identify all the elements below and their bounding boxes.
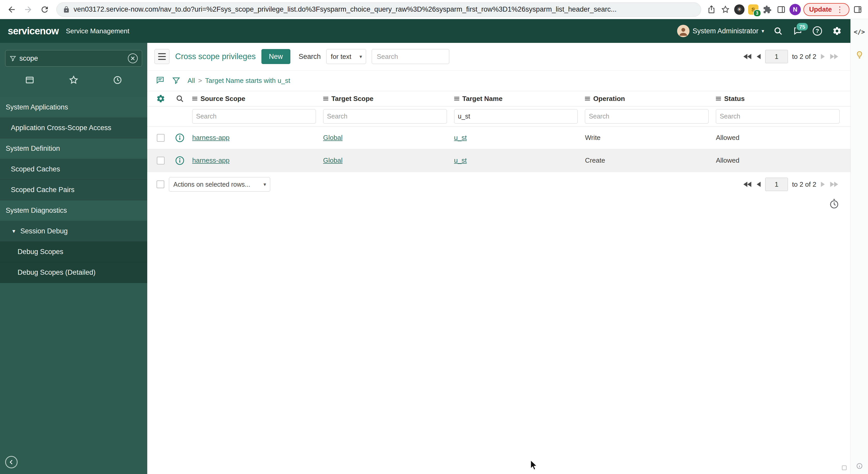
- column-menu-icon[interactable]: [323, 97, 328, 101]
- browser-extension-rail: </>: [850, 19, 868, 474]
- mini-window-icon: [841, 465, 847, 472]
- record-link-target-name[interactable]: u_st: [454, 157, 467, 164]
- theme-extension-icon[interactable]: ✳: [734, 4, 745, 15]
- browser-update-button[interactable]: Update ⋮: [803, 3, 849, 16]
- cell-status: Allowed: [714, 157, 845, 165]
- user-menu[interactable]: System Administrator ▾: [677, 25, 764, 37]
- filter-toggle-icon[interactable]: [172, 76, 180, 86]
- new-button[interactable]: New: [261, 49, 290, 64]
- previous-page-icon[interactable]: [756, 54, 761, 60]
- search-rows-icon[interactable]: [169, 95, 191, 103]
- column-header-target-scope[interactable]: Target Scope: [322, 95, 453, 103]
- record-link-source-scope[interactable]: harness-app: [192, 134, 230, 141]
- page-number-input[interactable]: [765, 178, 788, 191]
- column-header-target-name[interactable]: Target Name: [453, 95, 584, 103]
- cell-operation: Create: [583, 157, 714, 165]
- forward-icon[interactable]: [21, 3, 35, 16]
- table-row: harness-app Global u_st Create Allowed: [147, 149, 850, 172]
- actions-select[interactable]: Actions on selected rows... ▾: [169, 177, 270, 192]
- next-page-icon[interactable]: [820, 181, 826, 188]
- list-search-input[interactable]: [372, 49, 449, 64]
- filter-target-scope-input[interactable]: [323, 109, 447, 124]
- last-page-icon[interactable]: [830, 54, 839, 60]
- search-label: Search: [299, 53, 321, 61]
- list-activity-icon[interactable]: [156, 76, 165, 86]
- collapse-sidebar-button[interactable]: [5, 456, 18, 468]
- record-info-icon[interactable]: [169, 156, 191, 165]
- clear-filter-icon[interactable]: [128, 54, 138, 63]
- sidebar-section-system-diagnostics[interactable]: System Diagnostics: [0, 200, 147, 221]
- servicenow-header: servicenow Service Management System Adm…: [0, 19, 850, 43]
- breadcrumb-condition[interactable]: Target Name starts with u_st: [205, 77, 290, 84]
- filter-status-input[interactable]: [716, 109, 840, 124]
- global-search-icon[interactable]: [772, 25, 784, 37]
- select-all-checkbox[interactable]: [157, 180, 164, 188]
- pagination-range: to 2 of 2: [792, 53, 816, 61]
- filter-target-name-input[interactable]: [454, 109, 578, 124]
- help-icon[interactable]: ?: [812, 25, 823, 37]
- record-link-target-scope[interactable]: Global: [323, 157, 343, 164]
- previous-page-icon[interactable]: [756, 181, 761, 188]
- row-checkbox[interactable]: [157, 157, 164, 165]
- navigator-filter-input[interactable]: [20, 55, 125, 63]
- code-panel-icon[interactable]: </>: [854, 28, 865, 36]
- all-applications-tab-icon[interactable]: [24, 74, 35, 86]
- cell-status: Allowed: [714, 134, 845, 142]
- list-context-menu-icon[interactable]: [154, 49, 169, 64]
- filter-operation-input[interactable]: [585, 109, 709, 124]
- page-number-input[interactable]: [765, 50, 788, 63]
- sidebar-section-system-definition[interactable]: System Definition: [0, 138, 147, 159]
- navigator-filter-box[interactable]: [5, 50, 142, 67]
- search-type-select[interactable]: for text ▾: [326, 49, 366, 64]
- record-link-target-name[interactable]: u_st: [454, 134, 467, 141]
- back-icon[interactable]: [5, 3, 19, 16]
- column-menu-icon[interactable]: [192, 97, 197, 101]
- history-tab-icon[interactable]: [112, 74, 123, 86]
- column-menu-icon[interactable]: [585, 97, 590, 101]
- personalize-list-gear-icon[interactable]: [152, 94, 169, 103]
- browser-menu-icon[interactable]: ⋮: [836, 6, 844, 13]
- first-page-icon[interactable]: [743, 181, 752, 188]
- browser-profile-avatar[interactable]: N: [789, 4, 801, 15]
- breadcrumb-all[interactable]: All: [188, 77, 195, 84]
- lock-icon: [63, 6, 70, 13]
- row-checkbox[interactable]: [157, 134, 164, 142]
- reload-icon[interactable]: [38, 3, 52, 16]
- reading-list-panel-icon[interactable]: [852, 4, 863, 15]
- record-link-target-scope[interactable]: Global: [323, 134, 343, 141]
- column-header-source-scope[interactable]: Source Scope: [191, 95, 322, 103]
- sidebar-item-scoped-cache-pairs[interactable]: Scoped Cache Pairs: [0, 180, 147, 200]
- sidebar-item-application-cross-scope-access[interactable]: Application Cross-Scope Access: [0, 118, 147, 138]
- column-header-status[interactable]: Status: [714, 95, 845, 103]
- sidebar-item-debug-scopes[interactable]: Debug Scopes: [0, 242, 147, 262]
- lightbulb-icon[interactable]: [855, 50, 864, 60]
- address-bar[interactable]: ven03172.service-now.com/nav_to.do?uri=%…: [56, 2, 701, 17]
- record-link-source-scope[interactable]: harness-app: [192, 157, 230, 164]
- column-menu-icon[interactable]: [716, 97, 721, 101]
- side-panel-icon[interactable]: [776, 4, 787, 15]
- extensions-puzzle-icon[interactable]: [762, 4, 773, 15]
- share-icon[interactable]: [706, 4, 717, 15]
- favorites-tab-icon[interactable]: [68, 74, 79, 86]
- sidebar-item-scoped-caches[interactable]: Scoped Caches: [0, 159, 147, 180]
- sidebar-group-session-debug[interactable]: ▼Session Debug: [0, 221, 147, 242]
- record-info-icon[interactable]: [169, 133, 191, 142]
- first-page-icon[interactable]: [743, 54, 752, 60]
- notes-extension-icon[interactable]: S3: [748, 4, 759, 15]
- sidebar-section-system-applications[interactable]: System Applications: [0, 97, 147, 118]
- collapse-triangle-icon: ▼: [11, 229, 16, 234]
- next-page-icon[interactable]: [820, 54, 826, 60]
- settings-gear-icon[interactable]: [831, 25, 843, 37]
- column-menu-icon[interactable]: [454, 97, 459, 101]
- last-page-icon[interactable]: [830, 181, 839, 188]
- sidebar-item-debug-scopes-detailed[interactable]: Debug Scopes (Detailed): [0, 262, 147, 283]
- product-title: Service Management: [66, 27, 129, 35]
- filter-source-scope-input[interactable]: [192, 109, 316, 124]
- conversations-icon[interactable]: 75: [792, 25, 803, 37]
- info-icon[interactable]: [856, 463, 863, 470]
- user-name: System Administrator: [692, 27, 758, 35]
- list-toolbar: Cross scope privileges New Search for te…: [147, 43, 850, 70]
- column-header-operation[interactable]: Operation: [583, 95, 714, 103]
- bookmark-star-icon[interactable]: [720, 4, 731, 15]
- response-time-clock-icon[interactable]: [147, 192, 850, 209]
